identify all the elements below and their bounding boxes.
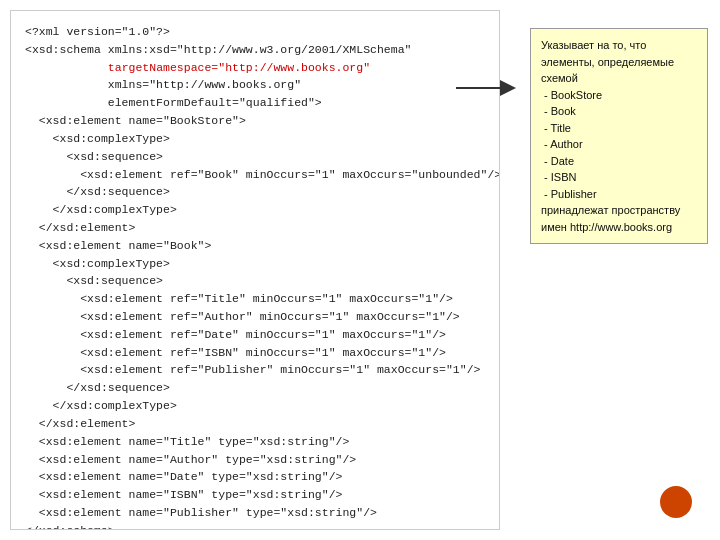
code-line-7: <xsd:complexType> — [25, 130, 485, 148]
code-line-3: targetNamespace="http://www.books.org" — [25, 59, 485, 77]
code-line-13: <xsd:element name="Book"> — [25, 237, 485, 255]
code-line-8: <xsd:sequence> — [25, 148, 485, 166]
code-line-25: <xsd:element name="Author" type="xsd:str… — [25, 451, 485, 469]
code-line-20: <xsd:element ref="Publisher" minOccurs="… — [25, 361, 485, 379]
code-line-14: <xsd:complexType> — [25, 255, 485, 273]
code-line-22: </xsd:complexType> — [25, 397, 485, 415]
code-line-18: <xsd:element ref="Date" minOccurs="1" ma… — [25, 326, 485, 344]
tooltip-text: Указывает на то, что элементы, определяе… — [541, 39, 680, 233]
code-line-11: </xsd:complexType> — [25, 201, 485, 219]
code-line-5: elementFormDefault="qualified"> — [25, 94, 485, 112]
code-line-15: <xsd:sequence> — [25, 272, 485, 290]
code-line-16: <xsd:element ref="Title" minOccurs="1" m… — [25, 290, 485, 308]
code-line-29: </xsd:schema> — [25, 522, 485, 530]
code-line-21: </xsd:sequence> — [25, 379, 485, 397]
code-line-4: xmlns="http://www.books.org" — [25, 76, 485, 94]
arrow-icon — [456, 78, 516, 98]
code-line-6: <xsd:element name="BookStore"> — [25, 112, 485, 130]
code-line-10: </xsd:sequence> — [25, 183, 485, 201]
main-container: <?xml version="1.0"?> <xsd:schema xmlns:… — [0, 0, 720, 540]
code-line-1: <?xml version="1.0"?> — [25, 23, 485, 41]
code-line-28: <xsd:element name="Publisher" type="xsd:… — [25, 504, 485, 522]
code-line-2: <xsd:schema xmlns:xsd="http://www.w3.org… — [25, 41, 485, 59]
code-line-26: <xsd:element name="Date" type="xsd:strin… — [25, 468, 485, 486]
tooltip-box: Указывает на то, что элементы, определяе… — [530, 28, 708, 244]
code-line-27: <xsd:element name="ISBN" type="xsd:strin… — [25, 486, 485, 504]
code-line-9: <xsd:element ref="Book" minOccurs="1" ma… — [25, 166, 485, 184]
circle-button[interactable] — [660, 486, 692, 518]
highlight-namespace: targetNamespace="http://www.books.org" — [108, 61, 370, 74]
code-panel: <?xml version="1.0"?> <xsd:schema xmlns:… — [10, 10, 500, 530]
code-line-12: </xsd:element> — [25, 219, 485, 237]
code-line-23: </xsd:element> — [25, 415, 485, 433]
code-line-19: <xsd:element ref="ISBN" minOccurs="1" ma… — [25, 344, 485, 362]
code-line-17: <xsd:element ref="Author" minOccurs="1" … — [25, 308, 485, 326]
code-line-24: <xsd:element name="Title" type="xsd:stri… — [25, 433, 485, 451]
